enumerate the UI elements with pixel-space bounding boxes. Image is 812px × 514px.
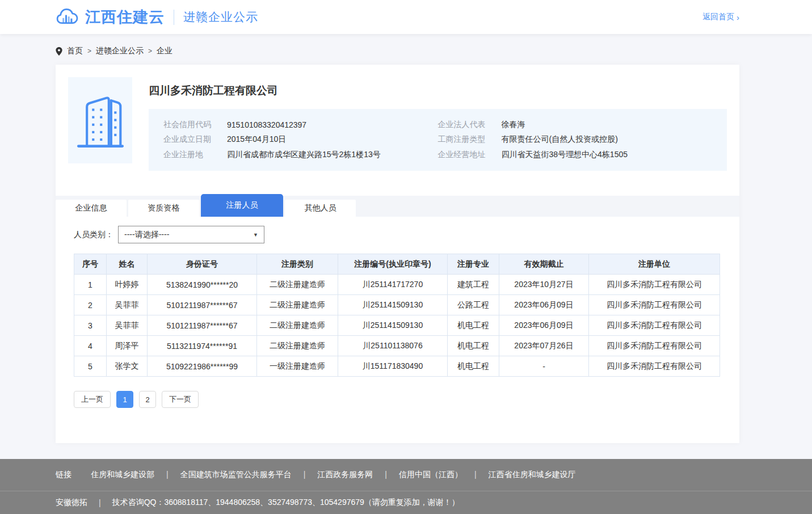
- breadcrumb-home[interactable]: 首页: [67, 46, 83, 56]
- table-row: 5 张学文 5109221986******99 一级注册建造师 川151171…: [74, 356, 720, 377]
- company-info-row: 企业成立日期 2015年04月10日: [163, 132, 438, 147]
- info-label: 工商注册类型: [438, 134, 494, 145]
- cell-valid-until: -: [499, 356, 589, 377]
- cloud-chart-logo-icon: [56, 6, 79, 28]
- page-subtitle: 进赣企业公示: [183, 9, 258, 25]
- cell-index: 2: [74, 295, 107, 315]
- tab[interactable]: 企业信息: [56, 200, 127, 217]
- back-home-link[interactable]: 返回首页 ›: [702, 12, 739, 22]
- cell-name: 周泽平: [107, 336, 148, 356]
- company-info-row: 社会信用代码 915101083320412397: [163, 117, 438, 132]
- table-row: 2 吴菲菲 5101211987******67 二级注册建造师 川251141…: [74, 295, 720, 315]
- info-value: 四川省成都市成华区建兴路15号2栋1楼13号: [227, 150, 381, 160]
- footer-links: 住房和城乡建设部 全国建筑市场监管公共服务平台 江西政务服务网 信用中国（江西）…: [91, 470, 576, 480]
- footer-qq-line: 技术咨询QQ：3608818117、1944806258、3527498773、…: [112, 498, 460, 508]
- person-type-select[interactable]: ----请选择---- ▼: [118, 226, 264, 243]
- company-info-row: 企业法人代表 徐春海: [438, 117, 713, 132]
- table-header-cell: 注册专业: [448, 254, 499, 275]
- cell-company: 四川多禾消防工程有限公司: [589, 275, 720, 295]
- footer-link[interactable]: 信用中国（江西）: [373, 470, 462, 480]
- cell-index: 3: [74, 315, 107, 336]
- cell-name: 吴菲菲: [107, 295, 148, 315]
- app-title: 江西住建云: [85, 7, 165, 27]
- cell-register-number: 川251141509130: [338, 315, 448, 336]
- cell-id-number: 5101211987******67: [148, 315, 257, 336]
- dropdown-arrow-icon: ▼: [253, 232, 258, 238]
- table-header-cell: 序号: [74, 254, 107, 275]
- page-number-button[interactable]: 1: [116, 391, 133, 408]
- cell-name: 叶婷婷: [107, 275, 148, 295]
- cell-register-number: 川151171830490: [338, 356, 448, 377]
- table-header-row: 序号 姓名 身份证号 注册类别 注册编号(执业印章号) 注册专业 有效期截止: [74, 254, 720, 275]
- cell-company: 四川多禾消防工程有限公司: [589, 336, 720, 356]
- header-divider: [174, 10, 174, 25]
- footer-link[interactable]: 江西政务服务网: [292, 470, 373, 480]
- location-pin-icon: [56, 47, 62, 56]
- info-value: 徐春海: [502, 120, 525, 130]
- registered-personnel-table: 序号 姓名 身份证号 注册类别 注册编号(执业印章号) 注册专业 有效期截止: [74, 254, 720, 377]
- cell-id-number: 5113211974******91: [148, 336, 257, 356]
- footer-links-label: 链接: [56, 470, 71, 480]
- cell-index: 5: [74, 356, 107, 377]
- main-card: 四川多禾消防工程有限公司 社会信用代码 915101083320412397 企…: [56, 65, 739, 443]
- breadcrumb-current: 企业: [157, 46, 173, 56]
- page-number-button[interactable]: 2: [139, 391, 156, 408]
- footer-link[interactable]: 住房和城乡建设部: [91, 470, 154, 480]
- chevron-right-icon: ›: [737, 12, 739, 22]
- table-row: 4 周泽平 5113211974******91 二级注册建造师 川251101…: [74, 336, 720, 356]
- page-footer: 链接 住房和城乡建设部 全国建筑市场监管公共服务平台 江西政务服务网 信用中国（…: [0, 459, 812, 514]
- tab[interactable]: 其他人员: [285, 200, 356, 217]
- table-header-cell: 有效期截止: [499, 254, 589, 275]
- breadcrumb-section[interactable]: 进赣企业公示: [96, 46, 144, 56]
- company-info-panel: 社会信用代码 915101083320412397 企业成立日期 2015年04…: [149, 109, 727, 171]
- cell-index: 4: [74, 336, 107, 356]
- cell-name: 吴菲菲: [107, 315, 148, 336]
- app-header: 江西住建云 进赣企业公示 返回首页 ›: [0, 0, 812, 34]
- person-type-label: 人员类别：: [74, 230, 113, 240]
- tab-bar: 企业信息 资质资格 注册人员 其他人员: [56, 196, 739, 217]
- cell-company: 四川多禾消防工程有限公司: [589, 356, 720, 377]
- info-label: 社会信用代码: [163, 120, 219, 130]
- pagination: 上一页 1 2 下一页: [74, 391, 721, 408]
- cell-register-type: 二级注册建造师: [257, 315, 338, 336]
- next-page-button[interactable]: 下一页: [162, 391, 199, 408]
- company-avatar: [68, 77, 132, 163]
- table-row: 3 吴菲菲 5101211987******67 二级注册建造师 川251141…: [74, 315, 720, 336]
- tab[interactable]: 注册人员: [201, 194, 283, 217]
- cell-register-number: 川251141509130: [338, 295, 448, 315]
- info-label: 企业法人代表: [438, 120, 494, 130]
- breadcrumb-separator: >: [148, 47, 152, 55]
- footer-brand: 安徽德拓: [56, 498, 87, 508]
- cell-name: 张学文: [107, 356, 148, 377]
- info-value: 915101083320412397: [227, 120, 306, 129]
- info-label: 企业注册地: [163, 150, 219, 160]
- cell-id-number: 5109221986******99: [148, 356, 257, 377]
- info-label: 企业成立日期: [163, 134, 219, 145]
- cell-company: 四川多禾消防工程有限公司: [589, 295, 720, 315]
- cell-id-number: 5138241990******20: [148, 275, 257, 295]
- table-header-cell: 注册单位: [589, 254, 720, 275]
- cell-register-type: 二级注册建造师: [257, 336, 338, 356]
- cell-index: 1: [74, 275, 107, 295]
- back-home-label: 返回首页: [702, 12, 734, 22]
- cell-valid-until: 2023年10月27日: [499, 275, 589, 295]
- company-info-row: 工商注册类型 有限责任公司(自然人投资或控股): [438, 132, 713, 147]
- cell-company: 四川多禾消防工程有限公司: [589, 315, 720, 336]
- cell-valid-until: 2023年06月09日: [499, 315, 589, 336]
- footer-link[interactable]: 江西省住房和城乡建设厅: [462, 470, 576, 480]
- breadcrumb-separator: >: [87, 47, 91, 55]
- cell-major: 机电工程: [448, 356, 499, 377]
- building-icon: [74, 85, 127, 155]
- tab[interactable]: 资质资格: [128, 200, 199, 217]
- logo-group: 江西住建云 进赣企业公示: [56, 6, 258, 28]
- footer-link[interactable]: 全国建筑市场监管公共服务平台: [154, 470, 292, 480]
- prev-page-button[interactable]: 上一页: [74, 391, 111, 408]
- table-header-cell: 姓名: [107, 254, 148, 275]
- cell-register-type: 二级注册建造师: [257, 295, 338, 315]
- cell-valid-until: 2023年06月09日: [499, 295, 589, 315]
- cell-register-number: 川251101138076: [338, 336, 448, 356]
- info-value: 2015年04月10日: [227, 134, 286, 145]
- cell-register-number: 川251141717270: [338, 275, 448, 295]
- cell-valid-until: 2023年07月26日: [499, 336, 589, 356]
- table-header-cell: 注册类别: [257, 254, 338, 275]
